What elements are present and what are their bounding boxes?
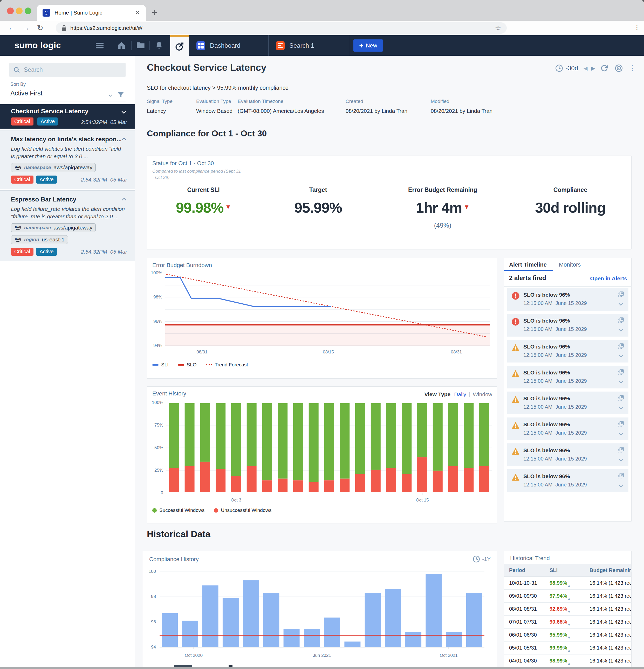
view-option-window[interactable]: Window [473, 391, 492, 398]
browser-window: s umo Home | Sumo Logic ✕ + ← → ↻ ☆ ⋮ su… [0, 0, 644, 669]
trend-table-row[interactable]: 05/01-05/31 99.99% ▲ 16.14% (1,423 req) [504, 641, 632, 654]
trend-table-row[interactable]: 08/01-08/31 92.69% ▼ 16.14% (1,423 req) [504, 603, 632, 616]
address-bar[interactable]: ☆ [56, 22, 507, 34]
legend-item: SLI [152, 362, 169, 368]
expand-alert-icon[interactable] [617, 456, 624, 463]
tab-alert-timeline[interactable]: Alert Timeline [509, 261, 547, 268]
event-history-chart[interactable] [166, 403, 492, 496]
window-close-button[interactable] [7, 8, 14, 14]
kebab-menu-icon[interactable]: ⋮ [629, 64, 636, 72]
chevron-up-icon[interactable] [121, 196, 127, 202]
sort-by-select[interactable]: Active First [10, 89, 126, 101]
new-tab-button[interactable]: + [152, 8, 157, 17]
forward-button[interactable]: → [22, 23, 30, 32]
trend-down-icon: ▼ [567, 622, 571, 627]
alert-item[interactable]: SLO is below 96% 12:15:00 AM June 15 202… [507, 469, 628, 492]
compliance-history-chart[interactable] [159, 571, 485, 650]
expand-alert-icon[interactable] [617, 327, 624, 333]
trend-table-row[interactable]: 10/01-10-31 98.99% ▲ 16.14% (1,423 req) [504, 577, 632, 590]
tab-dashboard[interactable]: Dashboard [189, 35, 268, 56]
open-alert-icon[interactable] [617, 446, 624, 453]
home-icon[interactable] [117, 42, 126, 49]
alert-item[interactable]: SLO is below 96% 12:15:00 AM June 15 202… [507, 443, 628, 466]
expand-alert-icon[interactable] [617, 482, 624, 489]
alert-item[interactable]: SLO is below 96% 12:15:00 AM June 15 202… [507, 392, 628, 414]
browser-menu-icon[interactable]: ⋮ [634, 23, 640, 31]
window-zoom-button[interactable] [25, 8, 31, 14]
expand-alert-icon[interactable] [617, 430, 624, 437]
trend-sli: 97.94% ▲ [549, 593, 567, 599]
alert-item[interactable]: SLO is below 96% 12:15:00 AM June 15 202… [507, 366, 628, 388]
time-range-value[interactable]: -30d [566, 65, 578, 72]
open-alert-icon[interactable] [617, 317, 624, 324]
expand-alert-icon[interactable] [617, 353, 624, 359]
view-option-daily[interactable]: Daily [454, 391, 466, 398]
open-alert-icon[interactable] [617, 421, 624, 427]
open-alert-icon[interactable] [617, 291, 624, 298]
reload-button[interactable]: ↻ [37, 23, 43, 32]
alert-title: SLO is below 96% [523, 370, 570, 376]
refresh-icon[interactable] [600, 64, 608, 72]
url-input[interactable] [70, 25, 495, 31]
metric-error-budget-remaining: Error Budget Remaining 1hr 4m▼ (49%) [377, 186, 509, 229]
sidebar-search-input[interactable] [24, 66, 117, 73]
alert-item[interactable]: SLO is below 96% 12:15:00 AM June 15 202… [507, 417, 628, 440]
search-panel-icon [276, 41, 285, 50]
menu-icon[interactable] [96, 42, 103, 49]
bookmark-star-icon[interactable]: ☆ [495, 24, 501, 32]
nav-divider [131, 41, 131, 50]
tab-search[interactable]: Search 1 [268, 35, 349, 56]
trend-table-header: Period SLI Budget Remaining [504, 564, 632, 577]
y-axis-label: 94% [147, 343, 162, 348]
open-in-alerts-link[interactable]: Open in Alerts [590, 275, 627, 282]
expand-alert-icon[interactable] [617, 301, 624, 308]
open-alert-icon[interactable] [617, 369, 624, 375]
metric-target: Target 95.99% [260, 186, 377, 216]
meta-evaluation-type: Evaluation TypeWindow Based [196, 99, 233, 114]
slo-target-icon[interactable] [615, 64, 623, 72]
compliance-time-range[interactable]: -1Y [473, 555, 491, 563]
folder-icon[interactable] [137, 42, 145, 49]
expand-alert-icon[interactable] [617, 404, 624, 411]
state-badge: Active [37, 117, 58, 126]
trend-table-row[interactable]: 09/01-09/30 97.94% ▲ 16.14% (1,423 req) [504, 590, 632, 603]
event-history-legend: Successful Windows Unsuccessful Windows [152, 508, 281, 513]
previous-period-icon[interactable]: ◀ [584, 65, 587, 71]
slo-list-item[interactable]: Max latency on linda’s slack respon... L… [0, 130, 135, 189]
browser-tab[interactable]: s umo Home | Sumo Logic ✕ [37, 5, 146, 21]
slo-list-item[interactable]: Espresso Bar Latency Log field failure_r… [0, 190, 135, 261]
alert-item[interactable]: SLO is below 96% 12:15:00 AM June 15 202… [507, 314, 628, 337]
expand-alert-icon[interactable] [617, 379, 624, 385]
window-minimize-button[interactable] [16, 8, 23, 14]
open-alert-icon[interactable] [617, 472, 624, 479]
trend-table-row[interactable]: 07/01-07/31 90.68% ▼ 16.14% (1,423 req) [504, 616, 632, 628]
time-range-clock-icon[interactable] [555, 64, 563, 72]
slo-list-item-selected[interactable]: Checkout Service Latency Critical Active… [0, 104, 135, 129]
chevron-down-icon[interactable] [121, 109, 127, 115]
alert-timestamp: 12:15:00 AM June 15 2029 [523, 352, 587, 358]
padlock-icon [61, 25, 67, 31]
bell-icon[interactable] [155, 42, 163, 50]
filter-icon[interactable] [117, 91, 125, 99]
header-controls: -30d ◀ ▶ ⋮ [555, 64, 636, 72]
open-alert-icon[interactable] [617, 395, 624, 401]
back-button[interactable]: ← [8, 23, 16, 32]
alert-item[interactable]: SLO is below 96% 12:15:00 AM June 15 202… [507, 288, 628, 311]
tab-monitors[interactable]: Monitors [559, 261, 581, 268]
next-period-icon[interactable]: ▶ [591, 65, 595, 71]
open-alert-icon[interactable] [617, 343, 624, 350]
tab-title: Home | Sumo Logic [55, 10, 135, 16]
tab-close-icon[interactable]: ✕ [135, 9, 140, 16]
burndown-chart[interactable] [165, 273, 490, 346]
sidebar-search[interactable] [9, 63, 126, 77]
chevron-up-icon[interactable] [121, 136, 127, 142]
tab-slo-dashboards[interactable] [170, 35, 189, 56]
sumo-logic-favicon: s umo [43, 9, 50, 17]
trend-period: 04/01-04/30 [509, 658, 537, 664]
trend-table-row[interactable]: 06/01-06/30 95.99% ▼ 16.14% (1,423 req) [504, 628, 632, 641]
alert-item[interactable]: SLO is below 96% 12:15:00 AM June 15 202… [507, 340, 628, 362]
trend-table-row[interactable]: 04/01-04/30 98.99% ▲ 16.14% (1,423 req) [504, 654, 632, 667]
new-button[interactable]: + New [353, 39, 383, 52]
severity-badge: Critical [11, 117, 33, 126]
alert-timestamp: 12:15:00 AM June 15 2029 [523, 378, 587, 384]
